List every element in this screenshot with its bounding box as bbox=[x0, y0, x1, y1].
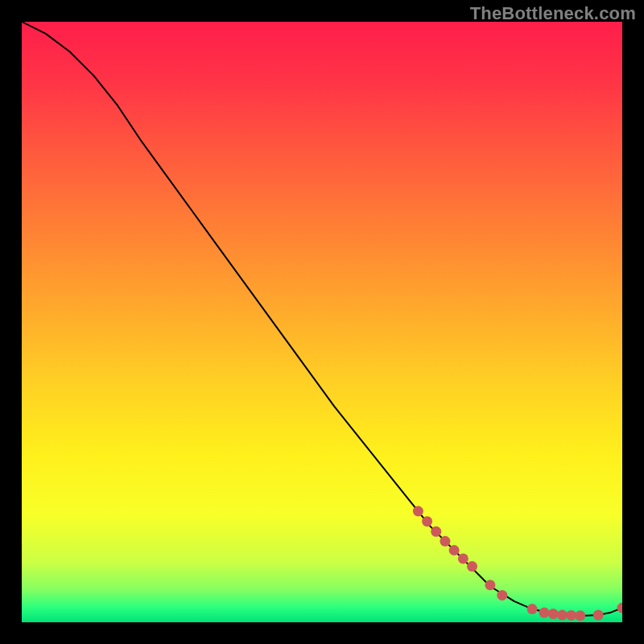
data-marker bbox=[467, 561, 477, 572]
chart-frame: TheBottleneck.com bbox=[0, 0, 644, 644]
data-marker bbox=[497, 590, 507, 601]
data-marker bbox=[548, 609, 559, 619]
data-marker bbox=[431, 526, 441, 537]
data-marker bbox=[413, 506, 423, 516]
data-marker bbox=[458, 553, 469, 564]
data-marker bbox=[593, 610, 604, 621]
data-marker bbox=[539, 608, 550, 618]
gradient-background bbox=[22, 22, 622, 622]
data-marker bbox=[422, 516, 432, 526]
plot-svg bbox=[22, 22, 622, 622]
data-marker bbox=[527, 604, 538, 614]
data-marker bbox=[566, 610, 576, 621]
data-marker bbox=[575, 610, 585, 621]
data-marker bbox=[557, 610, 568, 621]
watermark-label: TheBottleneck.com bbox=[470, 3, 636, 24]
data-marker bbox=[485, 580, 495, 590]
data-marker bbox=[449, 545, 460, 555]
data-marker bbox=[440, 536, 450, 547]
plot-area bbox=[22, 22, 622, 622]
